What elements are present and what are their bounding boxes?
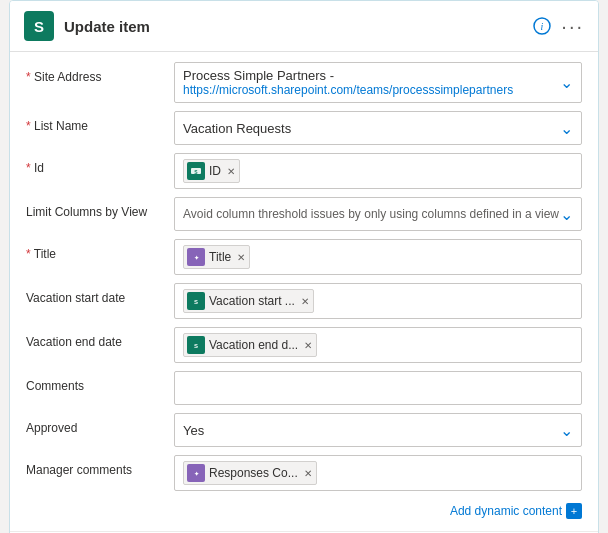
limit-columns-dropdown[interactable]: Avoid column threshold issues by only us… — [174, 197, 582, 231]
title-tag-label: Title — [209, 250, 231, 264]
svg-text:✦: ✦ — [194, 471, 199, 477]
limit-columns-label: Limit Columns by View — [26, 197, 174, 219]
approved-dropdown[interactable]: Yes ⌄ — [174, 413, 582, 447]
title-row: Title ✦ Title ✕ — [26, 239, 582, 275]
vacation-start-tag-label: Vacation start ... — [209, 294, 295, 308]
app-icon: S — [24, 11, 54, 41]
list-name-value: Vacation Requests — [183, 121, 560, 136]
list-name-row: List Name Vacation Requests ⌄ — [26, 111, 582, 145]
limit-columns-placeholder: Avoid column threshold issues by only us… — [183, 207, 560, 221]
list-name-chevron-icon: ⌄ — [560, 119, 573, 138]
vacation-start-label: Vacation start date — [26, 283, 174, 305]
site-address-line1: Process Simple Partners - — [183, 68, 560, 83]
vacation-start-tag-close[interactable]: ✕ — [301, 296, 309, 307]
comments-field[interactable] — [174, 371, 582, 405]
site-address-line2: https://microsoft.sharepoint.com/teams/p… — [183, 83, 560, 97]
manager-comments-row: Manager comments ✦ Responses Co... ✕ — [26, 455, 582, 491]
title-tag-icon: ✦ — [187, 248, 205, 266]
approved-chevron-icon: ⌄ — [560, 421, 573, 440]
manager-comments-field[interactable]: ✦ Responses Co... ✕ — [174, 455, 582, 491]
more-options-button[interactable]: ··· — [561, 15, 584, 38]
limit-columns-chevron-icon: ⌄ — [560, 205, 573, 224]
manager-comments-tag-close[interactable]: ✕ — [304, 468, 312, 479]
info-button[interactable]: i — [533, 17, 551, 35]
site-address-dropdown[interactable]: Process Simple Partners - https://micros… — [174, 62, 582, 103]
id-tag: S ID ✕ — [183, 159, 240, 183]
form-body: Site Address Process Simple Partners - h… — [10, 52, 598, 531]
manager-comments-tag: ✦ Responses Co... ✕ — [183, 461, 317, 485]
svg-text:S: S — [194, 343, 198, 349]
title-tag-close[interactable]: ✕ — [237, 252, 245, 263]
title-field[interactable]: ✦ Title ✕ — [174, 239, 582, 275]
add-dynamic-icon[interactable]: + — [566, 503, 582, 519]
svg-text:✦: ✦ — [194, 255, 199, 261]
site-address-label: Site Address — [26, 62, 174, 84]
site-address-chevron-icon: ⌄ — [560, 73, 573, 92]
manager-comments-tag-icon: ✦ — [187, 464, 205, 482]
card-title: Update item — [64, 18, 533, 35]
id-field[interactable]: S ID ✕ — [174, 153, 582, 189]
vacation-start-row: Vacation start date S Vacation start ...… — [26, 283, 582, 319]
title-label: Title — [26, 239, 174, 261]
list-name-dropdown[interactable]: Vacation Requests ⌄ — [174, 111, 582, 145]
id-label: Id — [26, 153, 174, 175]
id-tag-close[interactable]: ✕ — [227, 166, 235, 177]
approved-value: Yes — [183, 423, 560, 438]
svg-text:S: S — [194, 299, 198, 305]
list-name-label: List Name — [26, 111, 174, 133]
id-row: Id S ID ✕ — [26, 153, 582, 189]
title-tag: ✦ Title ✕ — [183, 245, 250, 269]
svg-text:i: i — [541, 21, 544, 32]
approved-label: Approved — [26, 413, 174, 435]
site-address-content: Process Simple Partners - https://micros… — [183, 68, 560, 97]
vacation-end-row: Vacation end date S Vacation end d... ✕ — [26, 327, 582, 363]
vacation-end-field[interactable]: S Vacation end d... ✕ — [174, 327, 582, 363]
vacation-end-tag-label: Vacation end d... — [209, 338, 298, 352]
card-header: S Update item i ··· — [10, 1, 598, 52]
vacation-start-tag-icon: S — [187, 292, 205, 310]
approved-row: Approved Yes ⌄ — [26, 413, 582, 447]
add-dynamic-link[interactable]: Add dynamic content — [450, 504, 562, 518]
vacation-end-tag: S Vacation end d... ✕ — [183, 333, 317, 357]
vacation-start-field[interactable]: S Vacation start ... ✕ — [174, 283, 582, 319]
vacation-end-label: Vacation end date — [26, 327, 174, 349]
comments-row: Comments — [26, 371, 582, 405]
limit-columns-row: Limit Columns by View Avoid column thres… — [26, 197, 582, 231]
header-actions: i ··· — [533, 15, 584, 38]
comments-label: Comments — [26, 371, 174, 393]
vacation-end-tag-icon: S — [187, 336, 205, 354]
add-dynamic-section: Add dynamic content + — [26, 499, 582, 525]
id-tag-label: ID — [209, 164, 221, 178]
vacation-start-tag: S Vacation start ... ✕ — [183, 289, 314, 313]
site-address-row: Site Address Process Simple Partners - h… — [26, 62, 582, 103]
vacation-end-tag-close[interactable]: ✕ — [304, 340, 312, 351]
manager-comments-tag-label: Responses Co... — [209, 466, 298, 480]
manager-comments-label: Manager comments — [26, 455, 174, 477]
update-item-card: S Update item i ··· Site Address Process… — [9, 0, 599, 533]
id-tag-icon: S — [187, 162, 205, 180]
